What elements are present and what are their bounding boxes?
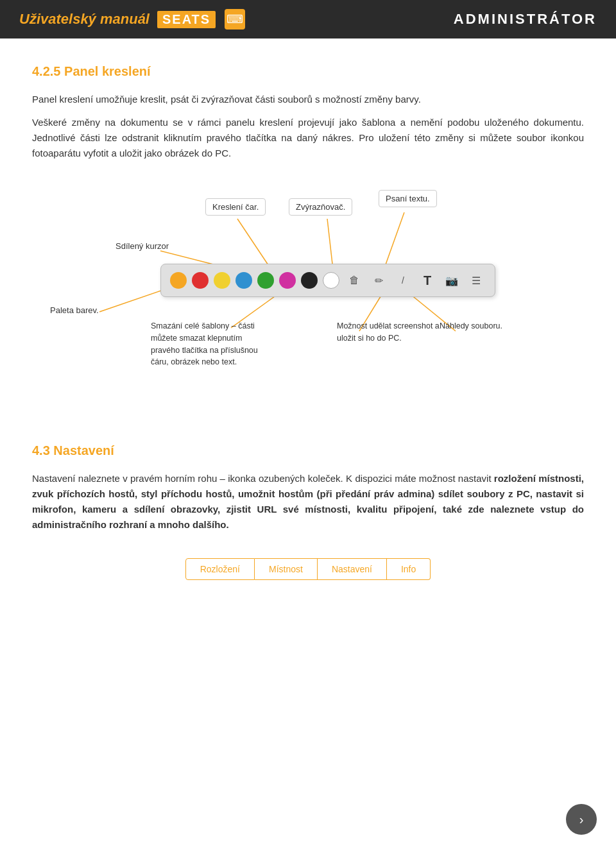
color-white[interactable] bbox=[323, 272, 339, 289]
text-icon[interactable]: T bbox=[418, 271, 437, 290]
desc-screenshot: Možnost udělat screenshot a uložit si ho… bbox=[337, 320, 452, 345]
color-yellow[interactable] bbox=[214, 272, 230, 289]
diagram-area: Kreslení čar. Zvýrazňovač. Psaní textu. … bbox=[32, 180, 584, 418]
tab-mistnost[interactable]: Místnost bbox=[255, 558, 318, 580]
tab-info[interactable]: Info bbox=[387, 558, 431, 580]
label-zvyraznovac: Zvýrazňovač. bbox=[289, 198, 352, 216]
color-black[interactable] bbox=[301, 272, 318, 289]
color-orange[interactable] bbox=[170, 272, 187, 289]
seats-icon: ⌨ bbox=[225, 9, 245, 30]
label-sdilenykurzor: Sdílený kurzor bbox=[116, 241, 169, 251]
label-paletabarev: Paleta barev. bbox=[50, 305, 99, 315]
label-kreslenizar: Kreslení čar. bbox=[205, 198, 266, 216]
pencil-icon[interactable]: / bbox=[393, 271, 413, 290]
desc-smazani: Smazání celé šablony – části můžete smaz… bbox=[151, 320, 266, 368]
circle-icon: › bbox=[579, 812, 584, 827]
color-blue[interactable] bbox=[235, 272, 252, 289]
section-425: 4.2.5 Panel kreslení Panel kreslení umož… bbox=[32, 64, 584, 161]
label-psanitextu: Psaní textu. bbox=[379, 190, 437, 207]
menu-icon[interactable]: ☰ bbox=[466, 271, 486, 290]
tab-rozlozeni[interactable]: Rozložení bbox=[185, 558, 255, 580]
bottom-circle-button[interactable]: › bbox=[566, 804, 597, 835]
main-content: 4.2.5 Panel kreslení Panel kreslení umož… bbox=[0, 38, 616, 619]
diagram-lines bbox=[32, 180, 584, 418]
admin-label: ADMINISTRÁTOR bbox=[454, 11, 597, 28]
tabs-container: Rozložení Místnost Nastavení Info bbox=[32, 558, 584, 580]
section-425-para2: Veškeré změny na dokumentu se v rámci pa… bbox=[32, 115, 584, 161]
section-425-para1: Panel kreslení umožňuje kreslit, psát či… bbox=[32, 92, 584, 107]
section-425-title: 4.2.5 Panel kreslení bbox=[32, 64, 584, 79]
header: Uživatelský manuál SEATS ⌨ ADMINISTRÁTOR bbox=[0, 0, 616, 38]
trash-icon[interactable]: 🗑 bbox=[345, 271, 364, 290]
section-43-title: 4.3 Nastavení bbox=[32, 443, 584, 458]
header-logo: Uživatelský manuál SEATS ⌨ bbox=[19, 9, 245, 30]
section-43-para: Nastavení naleznete v pravém horním rohu… bbox=[32, 471, 584, 533]
desc-nahledy: Náhledy souboru. bbox=[440, 320, 502, 332]
tab-nastaveni[interactable]: Nastavení bbox=[318, 558, 387, 580]
highlighter-icon[interactable]: ✏ bbox=[369, 271, 388, 290]
drawing-toolbar: 🗑 ✏ / T 📷 ☰ bbox=[160, 264, 495, 297]
color-green[interactable] bbox=[257, 272, 274, 289]
color-red[interactable] bbox=[192, 272, 209, 289]
camera-icon[interactable]: 📷 bbox=[442, 271, 461, 290]
color-pink[interactable] bbox=[279, 272, 296, 289]
logo-text: Uživatelský manuál bbox=[19, 11, 150, 28]
seats-label: SEATS bbox=[157, 11, 216, 28]
section-43: 4.3 Nastavení Nastavení naleznete v prav… bbox=[32, 443, 584, 533]
